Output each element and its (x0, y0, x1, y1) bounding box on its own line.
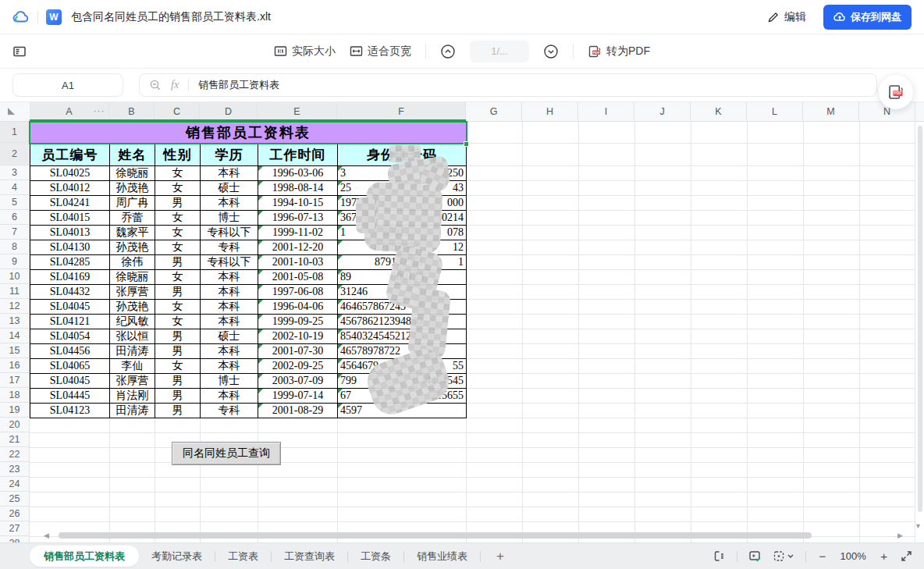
table-header-4[interactable]: 学历 (200, 143, 258, 166)
cell[interactable]: 1999-07-14 (258, 388, 338, 404)
horizontal-scrollbar[interactable] (59, 532, 812, 539)
cell-reference-box[interactable]: A1 (12, 73, 123, 97)
edit-button[interactable]: 编辑 (767, 10, 806, 24)
sheet-tab-6[interactable]: 销售业绩表 (417, 549, 467, 564)
column-header-L[interactable]: L (747, 102, 803, 121)
cell[interactable]: 男 (155, 195, 201, 211)
cell[interactable]: 1998-08-14 (258, 180, 338, 196)
row-header-9[interactable]: 9 (0, 254, 30, 269)
cell[interactable]: 男 (155, 284, 201, 300)
column-header-J[interactable]: J (634, 102, 691, 121)
row-header-17[interactable]: 17 (0, 373, 30, 388)
actual-size-button[interactable]: 实际大小 (274, 44, 336, 59)
column-header-M[interactable]: M (803, 102, 859, 121)
sheet-tab-2[interactable]: 考勤记录表 (151, 549, 202, 564)
fit-width-button[interactable]: 适合页宽 (350, 44, 411, 59)
cell[interactable]: SL04123 (30, 403, 110, 418)
cell[interactable]: 2001-08-29 (258, 403, 338, 418)
cell[interactable]: 本科 (200, 314, 258, 329)
cell[interactable]: 2001-12-20 (258, 240, 338, 255)
cell[interactable]: 男 (155, 329, 201, 344)
cell[interactable]: 2002-10-19 (258, 329, 338, 344)
cell[interactable]: SL04169 (30, 269, 110, 285)
cell[interactable]: 周广冉 (109, 195, 155, 211)
cell[interactable]: 本科 (200, 358, 258, 374)
zoom-level[interactable]: 100% (838, 550, 868, 562)
page-down-button[interactable] (543, 44, 559, 59)
cell[interactable]: 博士 (200, 373, 258, 389)
column-header-B[interactable]: B (109, 102, 155, 121)
cell[interactable]: 女 (155, 358, 201, 374)
table-header-2[interactable]: 姓名 (109, 143, 155, 166)
query-duplicates-button[interactable]: 同名同姓员工查询 (172, 442, 281, 465)
cell[interactable]: 孙茂艳 (109, 180, 155, 196)
cell[interactable]: 女 (155, 240, 201, 255)
table-header-5[interactable]: 工作时间 (258, 143, 338, 166)
sheet-catalog-icon[interactable] (713, 549, 726, 563)
cell[interactable]: 本科 (200, 195, 258, 211)
cell[interactable]: 2001-07-30 (258, 343, 338, 359)
fx-icon[interactable]: fx (171, 79, 179, 91)
cell[interactable]: 1996-07-13 (258, 210, 338, 226)
outline-panel-icon[interactable] (12, 44, 27, 59)
cell[interactable]: SL04241 (30, 195, 110, 211)
cell[interactable]: SL04045 (30, 299, 110, 315)
cell[interactable]: 女 (155, 210, 201, 226)
cell[interactable]: 张以恒 (109, 329, 155, 344)
row-header-28[interactable]: 28 (0, 536, 30, 542)
cell[interactable]: 魏家平 (109, 225, 155, 240)
cell[interactable]: 专科以下 (200, 225, 258, 240)
vscroll-down-arrow[interactable]: ▼ (915, 522, 922, 530)
pdf-floating-button[interactable]: PDF (879, 75, 913, 109)
cell[interactable]: 男 (155, 403, 201, 418)
convert-to-pdf-button[interactable]: PDF 转为PDF (588, 44, 650, 59)
cell[interactable]: 纪风敏 (109, 314, 155, 329)
cell[interactable]: 专科 (200, 240, 258, 255)
row-header-5[interactable]: 5 (0, 195, 30, 210)
cell[interactable]: SL04445 (30, 388, 110, 404)
cell[interactable]: 女 (155, 314, 201, 329)
row-header-21[interactable]: 21 (0, 432, 30, 447)
row-header-8[interactable]: 8 (0, 240, 30, 254)
zoom-in-button[interactable]: + (879, 549, 889, 563)
row-header-20[interactable]: 20 (0, 418, 30, 432)
cell[interactable]: 男 (155, 343, 201, 359)
cell[interactable]: 田清涛 (109, 343, 155, 359)
cell[interactable]: 本科 (200, 284, 258, 300)
cell[interactable]: 2001-05-08 (258, 269, 338, 285)
selection-mode-dropdown[interactable] (773, 549, 794, 563)
cell[interactable]: 本科 (200, 165, 258, 181)
cell[interactable]: 女 (155, 165, 201, 181)
cell[interactable]: 男 (155, 254, 201, 270)
cell[interactable]: 女 (155, 299, 201, 315)
row-header-27[interactable]: 27 (0, 521, 30, 536)
row-header-19[interactable]: 19 (0, 403, 30, 418)
cloud-logo-icon[interactable] (12, 9, 30, 26)
cell[interactable]: 徐晓丽 (109, 269, 155, 285)
cell[interactable]: 2002-09-25 (258, 358, 338, 374)
column-header-I[interactable]: I (578, 102, 634, 121)
cell[interactable]: 1994-10-15 (258, 195, 338, 211)
cell[interactable]: SL04130 (30, 240, 110, 255)
hidden-columns-indicator[interactable]: ··· (89, 102, 109, 121)
column-header-G[interactable]: G (466, 102, 522, 121)
cell[interactable]: 本科 (200, 299, 258, 315)
cell[interactable]: 本科 (200, 343, 258, 359)
cell[interactable]: SL04432 (30, 284, 110, 300)
cell[interactable]: 女 (155, 225, 201, 240)
cell[interactable]: 本科 (200, 269, 258, 285)
row-header-6[interactable]: 6 (0, 210, 30, 225)
cell[interactable]: 男 (155, 388, 201, 404)
formula-input[interactable]: fx 销售部员工资料表 (139, 73, 877, 97)
table-header-1[interactable]: 员工编号 (30, 143, 110, 166)
cell[interactable]: 孙茂艳 (109, 240, 155, 255)
row-header-22[interactable]: 22 (0, 447, 30, 462)
row-header-26[interactable]: 26 (0, 507, 30, 521)
cell[interactable]: SL04012 (30, 180, 110, 196)
cell[interactable]: 张厚营 (109, 373, 155, 389)
table-title-cell[interactable]: 销售部员工资料表 (30, 122, 467, 144)
cell[interactable]: 李仙 (109, 358, 155, 374)
add-sheet-button[interactable]: + (493, 549, 507, 564)
cell[interactable]: 孙茂艳 (109, 299, 155, 315)
page-up-button[interactable] (440, 44, 456, 59)
